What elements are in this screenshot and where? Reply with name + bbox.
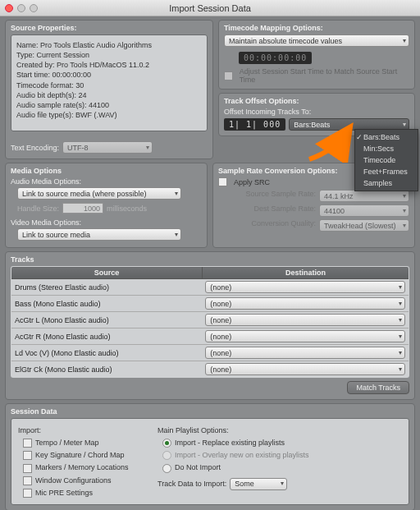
table-row: Drums (Stereo Elastic audio)(none) <box>11 279 409 296</box>
dest-rate-label: Dest Sample Rate: <box>218 204 316 217</box>
timecode-mapping-title: Timecode Mapping Options: <box>224 24 409 32</box>
handle-size-label: Handle Size: <box>17 204 59 213</box>
src-start: Start time: 00:00:00:00 <box>16 70 202 80</box>
playlist-overlay-label: Import - Overlay new on existing playlis… <box>175 451 309 459</box>
menu-item-samples[interactable]: Samples <box>355 177 418 189</box>
src-samplerate: Audio sample rate(s): 44100 <box>16 100 202 110</box>
apply-src-label: Apply SRC <box>234 178 270 186</box>
dest-rate-value: 44100 <box>319 204 409 217</box>
apply-src-checkbox[interactable] <box>218 177 227 186</box>
track-dest-select[interactable]: (none) <box>205 330 405 342</box>
track-source-cell[interactable]: Ld Voc (V) (Mono Elastic audio) <box>11 345 203 361</box>
import-markers-checkbox[interactable] <box>23 464 32 473</box>
adjust-start-label: Adjust Session Start Time to Match Sourc… <box>240 67 409 84</box>
track-dest-select[interactable]: (none) <box>205 281 405 293</box>
import-tempo-checkbox[interactable] <box>23 439 32 448</box>
import-tempo-label: Tempo / Meter Map <box>35 439 99 447</box>
track-dest-cell[interactable]: (none) <box>202 296 409 312</box>
track-dest-select[interactable]: (none) <box>205 314 405 326</box>
tracks-table: Source Destination Drums (Stereo Elastic… <box>11 266 409 378</box>
timecode-mapping-select[interactable]: Maintain absolute timecode values <box>224 34 409 47</box>
table-row: Ld Voc (V) (Mono Elastic audio)(none) <box>11 345 409 361</box>
source-rate-select[interactable]: 44.1 kHz <box>319 190 409 202</box>
import-key-checkbox[interactable] <box>23 451 32 460</box>
playlist-overlay-radio[interactable] <box>162 451 171 460</box>
menu-item-feetframes[interactable]: Feet+Frames <box>355 166 418 177</box>
playlist-options-label: Main Playlist Options: <box>158 425 402 435</box>
video-media-label: Video Media Options: <box>11 218 202 227</box>
src-created: Created by: Pro Tools HD/MacOS 11.0.2 <box>16 60 202 70</box>
playlist-donot-label: Do Not Import <box>175 463 221 471</box>
track-source-cell[interactable]: AcGtr L (Mono Elastic audio) <box>11 312 203 329</box>
tracks-source-header: Source <box>11 267 203 279</box>
playlist-replace-radio[interactable] <box>162 439 171 448</box>
media-options-title: Media Options <box>11 167 202 175</box>
table-row: AcGtr L (Mono Elastic audio)(none) <box>11 312 409 329</box>
playlist-donot-radio[interactable] <box>162 464 171 473</box>
menu-item-barsbeats[interactable]: Bars:Beats <box>355 131 418 143</box>
audio-media-select[interactable]: Link to source media (where possible) <box>17 187 181 200</box>
import-markers-label: Markers / Memory Locations <box>35 463 129 471</box>
conversion-quality-label: Conversion Quality: <box>218 219 316 232</box>
import-window-checkbox[interactable] <box>23 476 32 485</box>
import-label: Import: <box>18 425 141 435</box>
source-properties-title: Source Properties: <box>11 24 208 32</box>
timecode-display: 00:00:00:00 <box>239 52 312 64</box>
track-dest-cell[interactable]: (none) <box>202 312 409 329</box>
tracks-title: Tracks <box>11 255 409 264</box>
tracks-dest-header: Destination <box>202 267 409 279</box>
source-properties-box: Name: Pro Tools Elastic Audio Algorithms… <box>11 34 208 131</box>
track-source-cell[interactable]: Bass (Mono Elastic audio) <box>11 296 203 312</box>
trackdata-import-select[interactable]: Some <box>230 478 287 490</box>
import-micpre-checkbox[interactable] <box>23 489 32 498</box>
session-data-title: Session Data <box>11 407 409 416</box>
import-micpre-label: Mic PRE Settings <box>35 489 93 497</box>
src-filetype: Audio file type(s): BWF (.WAV) <box>16 110 202 120</box>
track-source-cell[interactable]: Drums (Stereo Elastic audio) <box>11 279 203 296</box>
track-dest-cell[interactable]: (none) <box>202 329 409 345</box>
audio-media-label: Audio Media Options: <box>11 177 202 186</box>
trackdata-import-label: Track Data to Import: <box>158 479 226 489</box>
adjust-start-checkbox[interactable] <box>224 71 233 80</box>
table-row: AcGtr R (Mono Elastic audio)(none) <box>11 329 409 345</box>
track-dest-select[interactable]: (none) <box>205 363 405 375</box>
window-title: Import Session Data <box>5 3 415 13</box>
table-row: Bass (Mono Elastic audio)(none) <box>11 296 409 312</box>
match-tracks-button[interactable]: Match Tracks <box>347 381 409 394</box>
track-dest-cell[interactable]: (none) <box>202 279 409 296</box>
src-type: Type: Current Session <box>16 50 202 60</box>
video-media-select[interactable]: Link to source media <box>17 228 181 241</box>
handle-size-unit: milliseconds <box>107 204 147 213</box>
track-source-cell[interactable]: AcGtr R (Mono Elastic audio) <box>11 329 203 345</box>
source-rate-label: Source Sample Rate: <box>218 190 316 202</box>
track-dest-select[interactable]: (none) <box>205 347 405 359</box>
track-dest-select[interactable]: (none) <box>205 297 405 310</box>
playlist-replace-label: Import - Replace existing playlists <box>175 439 285 447</box>
import-key-label: Key Signature / Chord Map <box>35 451 125 459</box>
table-row: ElGtr Ck (Mono Elastic audio)(none) <box>11 361 409 378</box>
import-window-label: Window Configurations <box>35 476 112 485</box>
text-encoding-label: Text Encoding: <box>11 144 59 152</box>
src-name: Name: Pro Tools Elastic Audio Algorithms <box>16 40 202 50</box>
offset-value[interactable]: 1| 1| 000 <box>224 118 285 131</box>
track-dest-cell[interactable]: (none) <box>202 345 409 361</box>
track-source-cell[interactable]: ElGtr Ck (Mono Elastic audio) <box>11 361 203 378</box>
conversion-quality-select[interactable]: TweakHead (Slowest) <box>319 219 409 232</box>
offset-subtitle: Offset Incoming Tracks To: <box>224 108 409 116</box>
text-encoding-select[interactable]: UTF-8 <box>62 141 153 154</box>
handle-size-input[interactable]: 1000 <box>62 203 103 214</box>
track-offset-title: Track Offset Options: <box>224 97 409 105</box>
menu-item-minsecs[interactable]: Min:Secs <box>355 143 418 154</box>
offset-unit-menu[interactable]: Bars:Beats Min:Secs Timecode Feet+Frames… <box>354 129 418 191</box>
track-dest-cell[interactable]: (none) <box>202 361 409 378</box>
src-bitdepth: Audio bit depth(s): 24 <box>16 90 202 100</box>
src-tcformat: Timecode format: 30 <box>16 80 202 90</box>
menu-item-timecode[interactable]: Timecode <box>355 154 418 166</box>
